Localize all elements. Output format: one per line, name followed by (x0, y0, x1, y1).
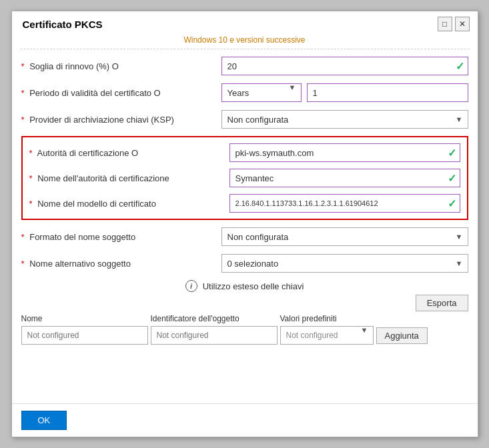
autorita-label: * Autorità di certificazione O (29, 148, 229, 158)
nome-autorita-check-icon: ✓ (448, 172, 456, 185)
dialog-subtitle: Windows 10 e versioni successive (20, 35, 470, 49)
soglia-check-icon: ✓ (456, 60, 464, 73)
val-select-wrapper: Not configured ▼ (280, 326, 374, 345)
periodo-label: * Periodo di validità del certificato O (21, 88, 221, 98)
utilizzo-title-row: i Utilizzo esteso delle chiavi (21, 280, 468, 292)
provider-control: Non configurata ▼ (221, 110, 468, 129)
required-star-2: * (21, 88, 25, 98)
nome-modello-input[interactable] (229, 194, 460, 213)
nome-autorita-label: * Nome dell'autorità di certificazione (29, 173, 229, 183)
soglia-label: * Soglia di rinnovo (%) O (21, 61, 221, 71)
nome-modello-row: * Nome del modello di certificato ✓ (29, 193, 460, 213)
columns-inputs: Not configured ▼ Aggiunta (21, 326, 468, 345)
required-star-8: * (21, 259, 25, 269)
formato-control: Non configurata ▼ (221, 227, 468, 246)
close-button[interactable]: ✕ (455, 17, 470, 31)
autorita-check-icon: ✓ (448, 147, 456, 159)
nome-alternativo-row: * Nome alternativo soggetto 0 selezionat… (21, 253, 468, 273)
period-unit-select[interactable]: Days Months Years (221, 83, 302, 102)
required-star-7: * (21, 232, 25, 242)
nome-autorita-input[interactable] (229, 169, 460, 187)
col-id-header: Identificatore dell'oggetto (151, 314, 278, 323)
columns-header: Nome Identificatore dell'oggetto Valori … (21, 314, 468, 323)
aggiunta-button[interactable]: Aggiunta (376, 327, 428, 344)
required-star-4: * (29, 148, 33, 158)
export-button[interactable]: Esporta (416, 295, 468, 311)
utilizzo-title: Utilizzo esteso delle chiavi (203, 281, 304, 291)
nome-alternativo-label: * Nome alternativo soggetto (21, 259, 221, 269)
period-row: Days Months Years ▼ (221, 83, 468, 102)
nome-alternativo-select-wrapper: 0 selezionato ▼ (221, 254, 468, 273)
soglia-control: ✓ (221, 57, 468, 75)
nome-autorita-control: ✓ (229, 169, 460, 187)
dialog-title: Certificato PKCS (23, 19, 103, 30)
soglia-input-wrapper: ✓ (221, 57, 468, 75)
scrollable-content[interactable]: * Soglia di rinnovo (%) O ✓ * Periodo di… (12, 49, 478, 403)
provider-row: * Provider di archiviazione chiavi (KSP)… (21, 109, 468, 129)
nome-autorita-input-wrapper: ✓ (229, 169, 460, 187)
provider-label: * Provider di archiviazione chiavi (KSP) (21, 115, 221, 125)
export-btn-row: Esporta (21, 295, 468, 311)
required-star-5: * (29, 173, 33, 183)
col-nome-header: Nome (21, 314, 148, 323)
formato-select[interactable]: Non configurata (221, 227, 468, 246)
nome-autorita-row: * Nome dell'autorità di certificazione ✓ (29, 168, 460, 188)
period-select-wrapper: Days Months Years ▼ (221, 83, 302, 102)
autorita-input-wrapper: ✓ (229, 143, 460, 162)
id-input[interactable] (151, 326, 278, 345)
periodo-control: Days Months Years ▼ (221, 83, 468, 102)
nome-modello-check-icon: ✓ (448, 197, 456, 210)
nome-input[interactable] (21, 326, 148, 345)
required-star: * (21, 61, 25, 71)
dialog: Certificato PKCS □ ✕ Windows 10 e versio… (11, 11, 478, 437)
nome-modello-label: * Nome del modello di certificato (29, 199, 229, 209)
periodo-row: * Periodo di validità del certificato O … (21, 83, 468, 103)
required-star-3: * (21, 115, 25, 125)
title-bar: Certificato PKCS □ ✕ (12, 11, 478, 35)
formato-label: * Formato del nome soggetto (21, 232, 221, 242)
nome-alternativo-control: 0 selezionato ▼ (221, 254, 468, 273)
provider-select-wrapper: Non configurata ▼ (221, 110, 468, 129)
provider-select[interactable]: Non configurata (221, 110, 468, 129)
nome-alternativo-select[interactable]: 0 selezionato (221, 254, 468, 273)
autorita-control: ✓ (229, 143, 460, 162)
info-icon: i (185, 280, 197, 292)
ok-button[interactable]: OK (21, 411, 67, 430)
soglia-input[interactable] (221, 57, 468, 75)
minimize-button[interactable]: □ (438, 17, 452, 31)
nome-modello-control: ✓ (229, 194, 460, 213)
autorita-row: * Autorità di certificazione O ✓ (29, 143, 460, 163)
soglia-row: * Soglia di rinnovo (%) O ✓ (21, 56, 468, 76)
autorita-input[interactable] (229, 143, 460, 162)
required-star-6: * (29, 199, 33, 209)
red-border-section: * Autorità di certificazione O ✓ * Nome … (21, 136, 468, 220)
period-value-wrapper (307, 83, 468, 102)
formato-select-wrapper: Non configurata ▼ (221, 227, 468, 246)
val-select[interactable]: Not configured (280, 326, 374, 345)
col-val-header: Valori predefiniti (280, 314, 394, 323)
nome-modello-input-wrapper: ✓ (229, 194, 460, 213)
period-value-input[interactable] (307, 83, 468, 102)
title-bar-controls: □ ✕ (438, 17, 470, 31)
footer: OK (12, 403, 478, 437)
formato-row: * Formato del nome soggetto Non configur… (21, 227, 468, 247)
